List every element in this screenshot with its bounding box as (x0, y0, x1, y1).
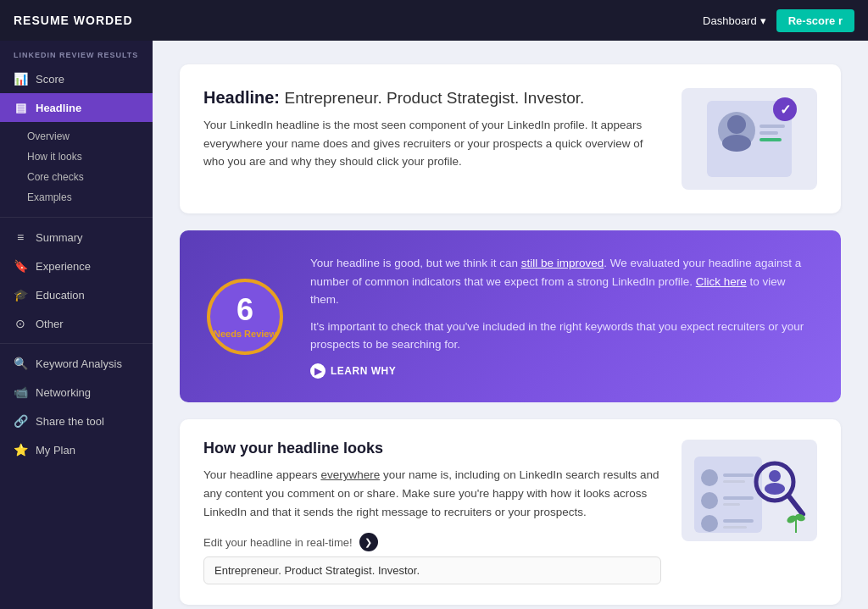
headline-icon: ▤ (14, 101, 27, 114)
edit-icon: ❯ (359, 533, 378, 551)
score-status: Needs Review (214, 329, 276, 339)
svg-rect-12 (723, 480, 745, 483)
sidebar-sub-overview[interactable]: Overview (14, 126, 153, 147)
sidebar-item-other[interactable]: ⊙ Other (0, 309, 153, 338)
svg-point-10 (701, 469, 718, 486)
sidebar-item-score[interactable]: 📊 Score (0, 64, 153, 93)
main-content: Headline: Entrepreneur. Product Strategi… (153, 41, 868, 609)
svg-rect-4 (760, 125, 785, 128)
how-it-looks-content: How your headline looks Your headline ap… (203, 440, 661, 584)
how-it-looks-inner: How your headline looks Your headline ap… (203, 440, 817, 584)
summary-icon: ≡ (14, 230, 27, 244)
headline-input[interactable] (203, 556, 661, 584)
navbar-right: Dashboard ▾ Re-score r (703, 9, 854, 32)
svg-rect-11 (723, 473, 754, 477)
svg-rect-17 (723, 519, 754, 523)
sidebar-item-networking[interactable]: 📹 Networking (0, 378, 153, 407)
sidebar-sub-how-it-looks[interactable]: How it looks (14, 147, 153, 167)
score-text: Your headline is good, but we think it c… (310, 254, 814, 379)
sidebar-item-my-plan[interactable]: ⭐ My Plan (0, 435, 153, 464)
magnify-svg (686, 440, 813, 541)
headline-card-content: Headline: Entrepreneur. Product Strategi… (203, 88, 661, 171)
svg-rect-18 (723, 526, 747, 529)
sidebar-sub-examples[interactable]: Examples (14, 187, 153, 208)
svg-text:✓: ✓ (780, 102, 791, 117)
chart-icon: 📊 (14, 72, 27, 86)
education-icon: 🎓 (14, 288, 27, 302)
sidebar-sub-items: Overview How it looks Core checks Exampl… (0, 122, 153, 212)
sidebar-section-label: LINKEDIN REVIEW RESULTS (0, 41, 153, 64)
svg-point-13 (701, 492, 718, 509)
svg-rect-6 (760, 138, 782, 141)
score-para1: Your headline is good, but we think it c… (310, 254, 814, 309)
edit-headline-label: Edit your headline in real-time! (203, 536, 353, 549)
score-number: 6 (236, 295, 253, 325)
sidebar-item-headline[interactable]: ▤ Headline (0, 93, 153, 122)
share-icon: 🔗 (14, 414, 27, 428)
rescore-button[interactable]: Re-score r (776, 9, 854, 32)
networking-icon: 📹 (14, 385, 27, 399)
how-it-looks-card: How your headline looks Your headline ap… (180, 419, 841, 605)
everywhere-text: everywhere (320, 468, 380, 481)
sidebar: LINKEDIN REVIEW RESULTS 📊 Score ▤ Headli… (0, 41, 153, 609)
svg-rect-15 (723, 503, 740, 506)
profile-illustration-svg: ✓ (690, 92, 809, 185)
svg-point-21 (769, 470, 781, 482)
learn-why-button[interactable]: ▶ LEARN WHY (310, 363, 396, 379)
how-it-looks-title: How your headline looks (203, 440, 661, 457)
headline-edit-row: Edit your headline in real-time! ❯ (203, 533, 661, 551)
learn-why-icon: ▶ (310, 363, 326, 379)
still-be-improved-link[interactable]: still be improved (521, 257, 604, 269)
keyword-icon: 🔍 (14, 357, 27, 370)
navbar: RESUME WORDED Dashboard ▾ Re-score r (0, 0, 868, 41)
score-para2: It's important to check that you've incl… (310, 318, 814, 354)
score-circle: 6 Needs Review (207, 279, 283, 355)
headline-card: Headline: Entrepreneur. Product Strategi… (180, 64, 841, 213)
headline-card-body: Your LinkedIn headline is the most seen … (203, 116, 661, 171)
svg-point-2 (727, 115, 746, 134)
dashboard-nav[interactable]: Dashboard ▾ (703, 14, 766, 27)
magnify-illustration (682, 440, 817, 541)
other-icon: ⊙ (14, 317, 27, 330)
click-here-link[interactable]: Click here (696, 275, 747, 288)
svg-point-3 (722, 135, 751, 152)
sidebar-item-share-tool[interactable]: 🔗 Share the tool (0, 407, 153, 435)
sidebar-sub-core-checks[interactable]: Core checks (14, 167, 153, 187)
plan-icon: ⭐ (14, 443, 27, 457)
svg-rect-5 (760, 131, 778, 135)
sidebar-divider-1 (0, 217, 153, 218)
sidebar-item-education[interactable]: 🎓 Education (0, 280, 153, 309)
svg-rect-14 (723, 496, 754, 500)
sidebar-divider-2 (0, 343, 153, 344)
app-logo: RESUME WORDED (14, 14, 133, 27)
svg-point-16 (701, 515, 718, 532)
sidebar-item-summary[interactable]: ≡ Summary (0, 223, 153, 252)
svg-line-20 (788, 496, 803, 514)
sidebar-item-keyword-analysis[interactable]: 🔍 Keyword Analysis (0, 349, 153, 378)
score-card: 6 Needs Review Your headline is good, bu… (180, 230, 841, 402)
how-it-looks-body: Your headline appears everywhere your na… (203, 466, 661, 521)
headline-card-image: ✓ (682, 88, 817, 190)
headline-card-title: Headline: Entrepreneur. Product Strategi… (203, 88, 661, 108)
sidebar-item-experience[interactable]: 🔖 Experience (0, 252, 153, 280)
experience-icon: 🔖 (14, 259, 27, 273)
svg-point-22 (765, 483, 785, 495)
app-body: LINKEDIN REVIEW RESULTS 📊 Score ▤ Headli… (0, 41, 868, 609)
